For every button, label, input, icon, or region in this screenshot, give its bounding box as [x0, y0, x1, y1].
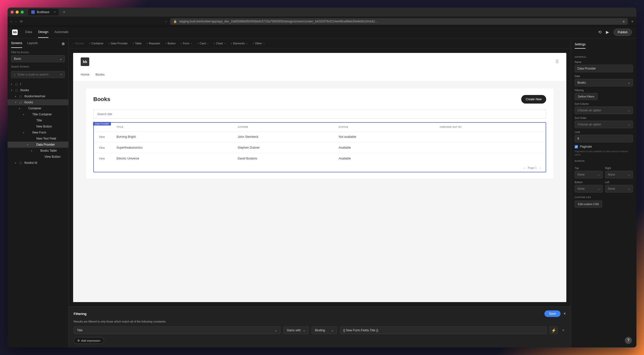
margin-right-select[interactable]: None⌄ [605, 171, 633, 178]
chevron-down-icon: ⌄ [331, 329, 334, 332]
help-button[interactable]: ? [625, 337, 632, 344]
table-row[interactable]: ViewBurning BrightJohn SteinbeckNot avai… [94, 132, 546, 142]
tree-item[interactable]: ▸▢/ [8, 81, 68, 87]
css-section: CUSTOM CSS [575, 196, 633, 199]
edit-css-button[interactable]: Edit custom CSS [575, 201, 602, 208]
save-button[interactable]: Save [544, 310, 560, 317]
binding-button[interactable]: ⚡ [550, 327, 558, 334]
data-provider-tag: Data Provider [93, 122, 111, 125]
menu-icon[interactable]: ≡ [631, 19, 633, 23]
screen-search-input[interactable] [18, 73, 58, 76]
shield-icon[interactable]: ◈ [623, 20, 625, 23]
paginate-checkbox[interactable]: Paginate [575, 145, 633, 148]
filter-panel: Filtering Save × Results are filtered to… [69, 307, 571, 347]
close-window-button[interactable] [11, 11, 14, 14]
tree-item[interactable]: ▾▢/books [8, 87, 68, 93]
table-row[interactable]: ViewElectric UniverseDavid BodanisAvaila… [94, 153, 546, 164]
toolbar-elements[interactable]: ▫Elements⌄ [231, 42, 248, 45]
tree-item[interactable]: ▸Data Provider [8, 142, 68, 148]
nav-home[interactable]: Home [81, 73, 90, 76]
name-input[interactable] [575, 65, 633, 72]
browser-tab[interactable]: Budibase × [28, 9, 59, 15]
add-screen-icon[interactable]: ⊕ [62, 41, 65, 46]
chevron-down-icon: ⌄ [275, 329, 277, 332]
remove-filter-icon[interactable]: × [561, 328, 566, 333]
filter-operator-select[interactable]: Starts with⌄ [283, 327, 309, 334]
chevron-down-icon: ⌄ [597, 173, 600, 176]
tree-item[interactable]: ▸▢/books/new/row [8, 93, 68, 99]
paginate-hint: Pagination is only available for data st… [575, 150, 633, 156]
close-panel-icon[interactable]: × [564, 311, 566, 316]
data-select[interactable]: Books⌄ [575, 79, 633, 86]
publish-button[interactable]: Publish [613, 29, 632, 36]
toolbar-repeater[interactable]: ▫Repeater [147, 42, 160, 45]
tree-item[interactable]: View Button [8, 154, 68, 160]
nav-books[interactable]: Books [96, 73, 105, 76]
tree-item[interactable]: ▸Books Table [8, 148, 68, 154]
clear-search-icon[interactable]: × [60, 73, 62, 76]
filtering-label: Filtering [575, 89, 633, 92]
toolbar-section: ▫Section [73, 42, 84, 45]
tree-item[interactable]: ▸Title Container [8, 111, 68, 117]
sort-column-select[interactable]: Choose an option⌄ [575, 107, 633, 114]
toolbar-table[interactable]: ▫Table [133, 42, 141, 45]
back-button[interactable]: ‹ [11, 19, 12, 23]
close-tab-icon[interactable]: × [54, 10, 56, 14]
margin-top-select[interactable]: None⌄ [575, 171, 603, 178]
apps-grid-icon[interactable]: ⠿ [555, 59, 559, 64]
tree-item[interactable]: ▾▢/books [8, 99, 68, 105]
bookmark-icon[interactable]: ▫ [165, 19, 167, 23]
chevron-down-icon: ⌄ [628, 109, 630, 112]
filter-value-input[interactable]: {{ New Form.Fields.Title }} [340, 327, 547, 334]
toolbar-chart[interactable]: ▫Chart⌄ [214, 42, 226, 45]
reload-button[interactable]: ⟳ [20, 19, 23, 23]
tab-screens[interactable]: Screens [11, 41, 22, 48]
toolbar-button[interactable]: ▫Button [165, 42, 176, 45]
tree-item[interactable]: ▸Container [8, 105, 68, 111]
tree-item[interactable]: New Text Field [8, 136, 68, 142]
chevron-down-icon: ⌄ [597, 187, 600, 190]
page-title: Books [93, 96, 110, 103]
search-title-input[interactable] [93, 110, 546, 119]
chevron-down-icon: ⌄ [628, 123, 630, 126]
maximize-window-button[interactable] [21, 11, 24, 14]
tree-item[interactable]: New Button [8, 123, 68, 130]
add-expression-button[interactable]: ⊕ Add expression [74, 337, 104, 344]
data-label: Data [575, 75, 633, 78]
settings-tab[interactable]: Settings [575, 43, 586, 49]
minimize-window-button[interactable] [16, 11, 19, 14]
tree-item[interactable]: Title [8, 117, 68, 123]
access-filter-select[interactable]: Basic ⌄ [11, 55, 65, 62]
url-field[interactable]: 🔒 staging.budi.live/builder/app/app_dev_… [170, 18, 628, 25]
forward-button[interactable]: › [15, 19, 17, 23]
tab-design[interactable]: Design [38, 26, 48, 38]
toolbar-card[interactable]: ▫Card⌄ [197, 42, 209, 45]
table-row[interactable]: ViewSuperfreakonomicsStephen DubnerAvail… [94, 142, 546, 153]
prev-page-icon[interactable]: ‹ [524, 166, 525, 169]
tree-item[interactable]: ▸New Form [8, 130, 68, 136]
toolbar-form[interactable]: ▫Form⌄ [181, 42, 192, 45]
tab-layouts[interactable]: Layouts [27, 41, 38, 48]
tab-automate[interactable]: Automate [54, 26, 69, 38]
margin-bottom-select[interactable]: None⌄ [575, 185, 603, 192]
page-logo: bb [81, 57, 89, 66]
tree-item[interactable]: ▸▢/books/:id [8, 160, 68, 166]
toolbar-data-provider[interactable]: ▫Data Provider [108, 42, 128, 45]
play-icon[interactable]: ▶ [606, 30, 609, 35]
define-filters-button[interactable]: Define Filters [575, 93, 598, 100]
toolbar-container[interactable]: ▫Container [89, 42, 104, 45]
sort-order-select[interactable]: Choose an option⌄ [575, 121, 633, 128]
app-logo[interactable]: bb [12, 29, 18, 35]
chevron-down-icon: ⌄ [60, 57, 62, 60]
toolbar-other[interactable]: ▫Other⌄ [253, 42, 265, 45]
limit-input[interactable] [575, 135, 633, 142]
new-tab-button[interactable]: + [63, 10, 66, 15]
create-new-button[interactable]: Create New [521, 95, 546, 104]
margin-left-select[interactable]: None⌄ [605, 185, 633, 192]
filter-type-select[interactable]: Binding⌄ [312, 327, 337, 334]
undo-icon[interactable]: ⟲ [598, 30, 601, 35]
next-page-icon[interactable]: › [540, 166, 541, 169]
filter-field-select[interactable]: Title⌄ [74, 327, 280, 334]
chevron-down-icon: ⌄ [628, 187, 630, 190]
tab-data[interactable]: Data [25, 26, 32, 38]
